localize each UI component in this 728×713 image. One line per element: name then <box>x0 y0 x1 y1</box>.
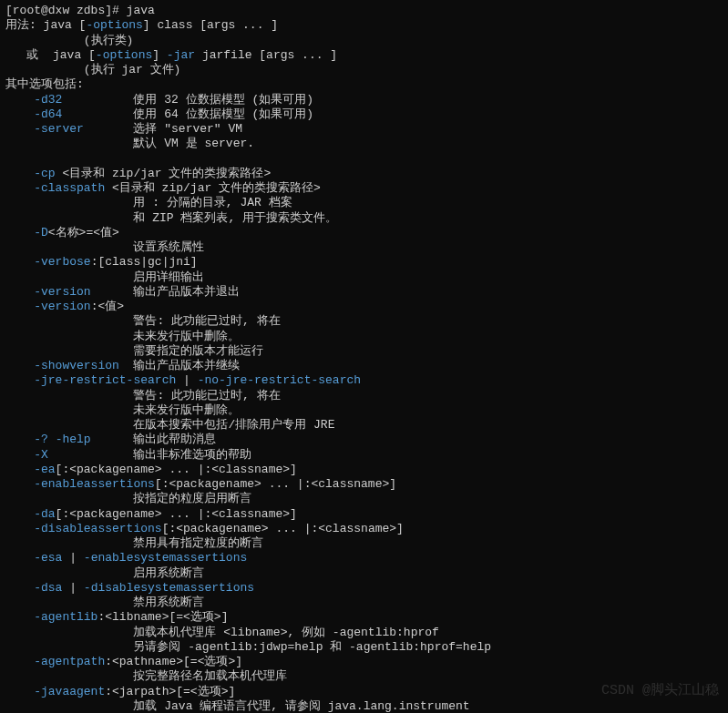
opt-disablesys: -disablesystemassertions <box>84 581 254 595</box>
opt-javaagent: -javaagent <box>5 685 105 698</box>
txt: jarfile [args ... ] <box>195 48 337 62</box>
txt: :<libname>[=<选项>] <box>97 610 228 624</box>
txt: 其中选项包括: <box>5 77 84 91</box>
txt: 输出产品版本并退出 <box>91 285 241 299</box>
txt: 警告: 此功能已过时, 将在 <box>5 389 281 402</box>
txt: 输出非标准选项的帮助 <box>48 448 252 462</box>
txt: 加载 Java 编程语言代理, 请参阅 java.lang.instrument <box>5 699 470 713</box>
opt-no-jre-restrict: -no-jre-restrict-search <box>198 373 361 387</box>
opt-ea: -ea <box>5 463 56 476</box>
opt-agentpath: -agentpath <box>5 655 105 668</box>
opt-da: -da <box>5 507 56 521</box>
txt: [:<packagename> ... |:<classname>] <box>155 477 396 491</box>
opt-showversion: -showversion <box>5 359 119 372</box>
opt-agentlib: -agentlib <box>5 610 97 624</box>
txt: 和 ZIP 档案列表, 用于搜索类文件。 <box>5 211 337 225</box>
txt: <目录和 zip/jar 文件的类搜索路径> <box>56 167 272 180</box>
terminal-output: [root@dxw zdbs]# java 用法: java [-options… <box>5 4 723 713</box>
opt-cp: -cp <box>5 167 56 180</box>
opt: -options <box>96 48 152 62</box>
txt: [:<packagename> ... |:<classname>] <box>162 522 404 535</box>
txt: 默认 VM 是 server. <box>5 137 254 150</box>
opt-verbose: -verbose <box>5 255 91 269</box>
opt-d: -D <box>5 226 48 239</box>
txt: 使用 32 位数据模型 (如果可用) <box>62 93 313 107</box>
opt-esa: -esa <box>5 551 62 565</box>
opt-server: -server <box>5 122 84 136</box>
opt-help: -help <box>56 433 91 446</box>
txt: 按完整路径名加载本机代理库 <box>5 669 287 683</box>
txt: 禁用系统断言 <box>5 596 204 609</box>
opt-d32: -d32 <box>5 93 62 107</box>
txt: 设置系统属性 <box>5 240 204 254</box>
txt: 输出产品版本并继续 <box>119 359 241 372</box>
txt: 或 java [ <box>5 48 96 62</box>
txt: | <box>176 373 197 387</box>
opt: -options <box>86 18 142 32</box>
txt: (执行 jar 文件) <box>5 63 180 76</box>
opt-enableassertions: -enableassertions <box>5 477 155 491</box>
usage-text: 用法: java [ <box>5 18 86 32</box>
txt: :<pathname>[=<选项>] <box>105 655 242 668</box>
txt <box>48 433 56 446</box>
txt: :<值> <box>91 300 124 313</box>
txt: 加载本机代理库 <libname>, 例如 -agentlib:hprof <box>5 626 439 639</box>
txt: 警告: 此功能已过时, 将在 <box>5 314 281 328</box>
txt: | <box>62 581 83 595</box>
txt: 启用详细输出 <box>5 270 204 284</box>
txt: 另请参阅 -agentlib:jdwp=help 和 -agentlib:hpr… <box>5 640 491 654</box>
txt: ] <box>152 48 167 62</box>
opt-version-val: -version <box>5 300 91 313</box>
txt: [:<packagename> ... |:<classname>] <box>56 507 297 521</box>
txt: 禁用具有指定粒度的断言 <box>5 536 263 550</box>
txt: 需要指定的版本才能运行 <box>5 344 263 358</box>
txt: 未来发行版中删除。 <box>5 403 240 417</box>
opt-version: -version <box>5 285 91 299</box>
txt: 按指定的粒度启用断言 <box>5 492 251 505</box>
opt-disableassertions: -disableassertions <box>5 522 162 535</box>
prompt-line: [root@dxw zdbs]# java <box>5 4 155 17</box>
txt: [:<packagename> ... |:<classname>] <box>56 463 297 476</box>
txt: 用 : 分隔的目录, JAR 档案 <box>5 196 292 209</box>
txt: 未来发行版中删除。 <box>5 330 240 343</box>
txt: :<jarpath>[=<选项>] <box>105 685 235 698</box>
txt: (执行类) <box>5 34 133 47</box>
txt: 在版本搜索中包括/排除用户专用 JRE <box>5 418 334 432</box>
opt-dsa: -dsa <box>5 581 62 595</box>
opt-jre-restrict: -jre-restrict-search <box>5 373 176 387</box>
txt: 选择 "server" VM <box>84 122 242 136</box>
txt: 启用系统断言 <box>5 566 204 580</box>
txt: 输出此帮助消息 <box>91 433 217 446</box>
txt: <目录和 zip/jar 文件的类搜索路径> <box>105 181 321 195</box>
opt-enablesys: -enablesystemassertions <box>84 551 247 565</box>
opt-x: -X <box>5 448 48 462</box>
opt: -jar <box>167 48 195 62</box>
opt-q: -? <box>5 433 48 446</box>
txt: 使用 64 位数据模型 (如果可用) <box>62 107 313 121</box>
txt: ] class [args ... ] <box>143 18 278 32</box>
txt: :[class|gc|jni] <box>91 255 198 269</box>
txt: <名称>=<值> <box>48 226 119 239</box>
blank <box>5 152 13 166</box>
opt-classpath: -classpath <box>5 181 105 195</box>
txt: | <box>62 551 83 565</box>
opt-d64: -d64 <box>5 107 62 121</box>
